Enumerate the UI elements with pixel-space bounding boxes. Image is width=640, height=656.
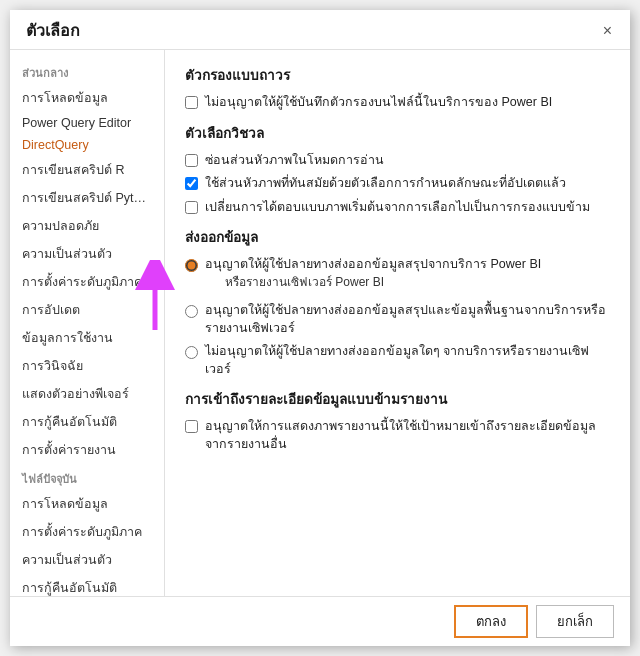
checkbox-cb2[interactable] (185, 154, 198, 167)
sidebar-item-global-power-query[interactable]: Power Query Editor (10, 112, 164, 134)
radio-r3[interactable] (185, 346, 198, 359)
file-section-label: ไฟล์ปัจจุบัน (10, 464, 164, 490)
checkbox-row-cb3: ใช้ส่วนหัวภาพที่ทันสมัยด้วยตัวเลือกการกำ… (185, 175, 610, 193)
sidebar: ส่วนกลาง การโหลดข้อมูล Power Query Edito… (10, 50, 165, 596)
sidebar-item-file-auto-recovery[interactable]: การกู้คืนอัตโนมัติ (10, 574, 164, 596)
sidebar-item-global-diagnostics[interactable]: การวินิจฉัย (10, 352, 164, 380)
sidebar-item-file-privacy[interactable]: ความเป็นส่วนตัว (10, 546, 164, 574)
radio-r2[interactable] (185, 305, 198, 318)
sidebar-item-global-directquery[interactable]: DirectQuery (10, 134, 164, 156)
radio-row-r1: อนุญาตให้ผู้ใช้ปลายทางส่งออกข้อมูลสรุปจา… (185, 256, 610, 296)
options-dialog: ตัวเลือก × ส่วนกลาง การโหลดข้อมูล Power … (10, 10, 630, 646)
checkbox-label-cb4: เปลี่ยนการได้ตอบแบบภาพเริ่มต้นจากการเลือ… (205, 199, 590, 217)
checkbox-row-cb2: ซ่อนส่วนหัวภาพในโหมดการอ่าน (185, 152, 610, 170)
radio-label-group-r1: อนุญาตให้ผู้ใช้ปลายทางส่งออกข้อมูลสรุปจา… (205, 256, 541, 296)
checkbox-cb4[interactable] (185, 201, 198, 214)
sidebar-item-global-python-script[interactable]: การเขียนสคริปต์ Python (10, 184, 164, 212)
dialog-title-bar: ตัวเลือก × (10, 10, 630, 50)
cancel-button[interactable]: ยกเล็ก (536, 605, 614, 638)
section2-heading: ตัวเลือกวิชวล (185, 122, 610, 144)
checkbox-label-cb5: อนุญาตให้การแสดงภาพรายงานนี้ให้ใช้เป้าหม… (205, 418, 610, 453)
radio-label-r2: อนุญาตให้ผู้ใช้ปลายทางส่งออกข้อมูลสรุปแล… (205, 302, 610, 337)
checkbox-label-cb2: ซ่อนส่วนหัวภาพในโหมดการอ่าน (205, 152, 384, 170)
radio-row-r2: อนุญาตให้ผู้ใช้ปลายทางส่งออกข้อมูลสรุปแล… (185, 302, 610, 337)
checkbox-row-cb4: เปลี่ยนการได้ตอบแบบภาพเริ่มต้นจากการเลือ… (185, 199, 610, 217)
sidebar-item-global-updates[interactable]: การอัปเดต (10, 296, 164, 324)
radio-sublabel-r1: หรือรายงานเซิฟเวอร์ Power BI (225, 274, 541, 291)
global-section-label: ส่วนกลาง (10, 58, 164, 84)
sidebar-item-global-usage[interactable]: ข้อมูลการใช้งาน (10, 324, 164, 352)
sidebar-item-global-auto-recovery[interactable]: การกู้คืนอัตโนมัติ (10, 408, 164, 436)
radio-label-r3: ไม่อนุญาตให้ผู้ใช้ปลายทางส่งออกข้อมูลใดๆ… (205, 343, 610, 378)
section4-heading: การเข้าถึงรายละเอียดข้อมูลแบบข้ามรายงาน (185, 388, 610, 410)
sidebar-item-global-security[interactable]: ความปลอดภัย (10, 212, 164, 240)
ok-button[interactable]: ตกลง (454, 605, 528, 638)
checkbox-cb1[interactable] (185, 96, 198, 109)
dialog-footer: ตกลง ยกเล็ก (10, 596, 630, 646)
radio-label-r1: อนุญาตให้ผู้ใช้ปลายทางส่งออกข้อมูลสรุปจา… (205, 257, 541, 271)
section1-heading: ตัวกรองแบบถาวร (185, 64, 610, 86)
sidebar-item-file-load-data[interactable]: การโหลดข้อมูล (10, 490, 164, 518)
checkbox-label-cb1: ไม่อนุญาตให้ผู้ใช้บันทึกตัวกรองบนไฟล์นี้… (205, 94, 552, 112)
sidebar-item-global-preview[interactable]: แสดงตัวอย่างพีเจอร์ (10, 380, 164, 408)
sidebar-item-file-regional[interactable]: การตั้งค่าระดับภูมิภาค (10, 518, 164, 546)
close-button[interactable]: × (597, 20, 618, 42)
checkbox-row-cb1: ไม่อนุญาตให้ผู้ใช้บันทึกตัวกรองบนไฟล์นี้… (185, 94, 610, 112)
checkbox-cb3[interactable] (185, 177, 198, 190)
sidebar-item-global-privacy[interactable]: ความเป็นส่วนตัว (10, 240, 164, 268)
sidebar-item-global-regional[interactable]: การตั้งค่าระดับภูมิภาค (10, 268, 164, 296)
checkbox-row-cb5: อนุญาตให้การแสดงภาพรายงานนี้ให้ใช้เป้าหม… (185, 418, 610, 453)
dialog-title: ตัวเลือก (26, 18, 80, 43)
checkbox-label-cb3: ใช้ส่วนหัวภาพที่ทันสมัยด้วยตัวเลือกการกำ… (205, 175, 566, 193)
dialog-body: ส่วนกลาง การโหลดข้อมูล Power Query Edito… (10, 50, 630, 596)
sidebar-item-global-report-settings[interactable]: การตั้งค่ารายงาน (10, 436, 164, 464)
checkbox-cb5[interactable] (185, 420, 198, 433)
sidebar-item-global-r-script[interactable]: การเขียนสคริปต์ R (10, 156, 164, 184)
radio-row-r3: ไม่อนุญาตให้ผู้ใช้ปลายทางส่งออกข้อมูลใดๆ… (185, 343, 610, 378)
section3-heading: ส่งออกข้อมูล (185, 226, 610, 248)
sidebar-item-global-load-data[interactable]: การโหลดข้อมูล (10, 84, 164, 112)
radio-r1[interactable] (185, 259, 198, 272)
main-content: ตัวกรองแบบถาวร ไม่อนุญาตให้ผู้ใช้บันทึกต… (165, 50, 630, 596)
